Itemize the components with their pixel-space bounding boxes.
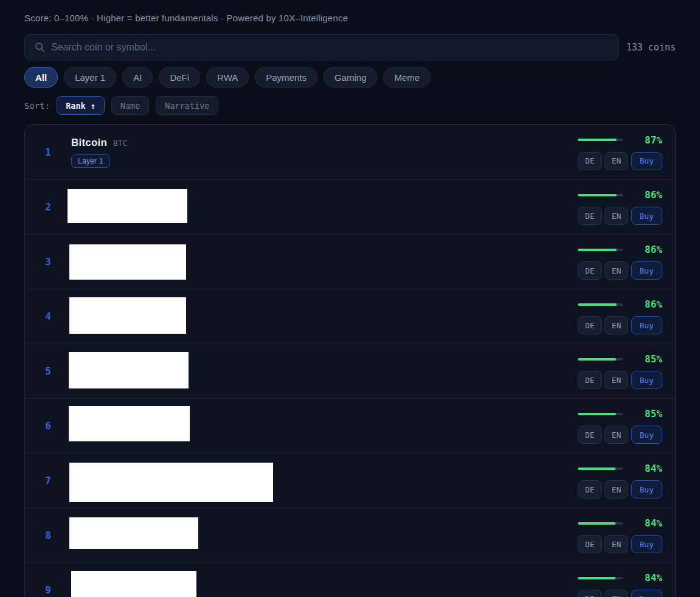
de-language-button[interactable]: DE [578,261,602,280]
buy-button[interactable]: Buy [631,480,662,499]
score-legend-text: Score: 0–100% · Higher = better fundamen… [24,0,676,23]
score-bar-track [578,522,623,525]
score-line: 87% [578,134,662,146]
coin-score-actions: 86%DEENBuy [578,189,662,225]
redacted-coin-name [69,297,186,334]
buy-button[interactable]: Buy [631,261,662,280]
buy-button[interactable]: Buy [631,426,662,444]
sort-button-narrative[interactable]: Narrative [156,96,218,115]
coin-score-actions: 87%DEENBuy [578,134,662,170]
coin-info: BitcoinBTCLayer 1 [71,137,128,168]
redacted-coin-name [69,517,198,549]
buy-button[interactable]: Buy [631,152,662,170]
buy-button[interactable]: Buy [631,590,662,597]
filter-chip-all[interactable]: All [24,67,58,88]
score-bar-track [578,194,623,196]
score-line: 84% [578,572,662,584]
en-language-button[interactable]: EN [605,316,629,334]
redacted-coin-name [69,352,189,388]
buy-button[interactable]: Buy [631,316,662,334]
coin-rank: 6 [25,420,71,432]
search-input[interactable] [51,42,609,53]
buy-button[interactable]: Buy [631,207,662,225]
coin-rank: 1 [25,147,71,158]
redacted-coin-name [69,406,190,441]
coin-row: 386%DEENBuy [25,234,675,289]
coin-score-actions: 85%DEENBuy [578,353,662,389]
de-language-button[interactable]: DE [578,480,602,499]
buy-button[interactable]: Buy [631,371,662,389]
de-language-button[interactable]: DE [578,207,602,225]
row-buttons: DEENBuy [578,426,662,444]
de-language-button[interactable]: DE [578,590,602,597]
coin-list: 1BitcoinBTCLayer 187%DEENBuy286%DEENBuy3… [24,124,676,597]
en-language-button[interactable]: EN [605,371,629,389]
coin-row: 784%DEENBuy [25,453,675,508]
score-bar-fill [578,413,616,415]
en-language-button[interactable]: EN [605,590,629,597]
coin-score-actions: 84%DEENBuy [578,517,662,553]
row-buttons: DEENBuy [578,316,662,334]
search-box[interactable] [24,34,619,60]
row-buttons: DEENBuy [578,480,662,499]
en-language-button[interactable]: EN [605,426,629,444]
coin-score-actions: 84%DEENBuy [578,463,662,499]
score-percent: 86% [645,189,662,201]
coin-row: 585%DEENBuy [25,343,675,398]
filter-chip-gaming[interactable]: Gaming [324,67,378,88]
score-bar-fill [578,303,617,306]
score-percent: 86% [645,298,662,310]
sort-direction-arrow-icon: ↑ [91,101,95,111]
filter-chip-payments[interactable]: Payments [255,67,317,88]
score-bar-fill [578,522,615,525]
en-language-button[interactable]: EN [605,480,629,499]
en-language-button[interactable]: EN [605,535,629,553]
de-language-button[interactable]: DE [578,535,602,553]
coin-count: 133 coins [626,42,676,53]
sort-label: Sort: [24,101,50,111]
sort-row: Sort: Rank↑NameNarrative [24,96,676,115]
score-line: 86% [578,298,662,310]
redacted-coin-name [69,244,186,280]
de-language-button[interactable]: DE [578,152,602,170]
score-bar-track [578,468,623,470]
score-line: 84% [578,463,662,474]
filter-chip-meme[interactable]: Meme [383,67,431,88]
sort-button-rank[interactable]: Rank↑ [57,96,105,115]
score-bar-fill [578,577,615,579]
coin-row: 984%DEENBuyLayer 1 [25,562,675,597]
de-language-button[interactable]: DE [578,371,602,389]
en-language-button[interactable]: EN [605,207,629,225]
filter-chip-ai[interactable]: AI [122,67,153,88]
score-percent: 84% [645,572,662,584]
de-language-button[interactable]: DE [578,316,602,334]
coin-score-actions: 86%DEENBuy [578,298,662,334]
score-bar-track [578,303,623,306]
narrative-badge: Layer 1 [71,154,110,168]
coin-rank: 9 [25,584,71,596]
coin-rank: 4 [25,311,71,322]
row-buttons: DEENBuy [578,152,662,170]
score-percent: 84% [645,463,662,474]
coin-row: 286%DEENBuy [25,179,675,234]
en-language-button[interactable]: EN [605,152,629,170]
redacted-coin-name [68,189,187,223]
score-bar-fill [578,249,617,251]
filter-chip-defi[interactable]: DeFi [159,67,200,88]
score-line: 84% [578,517,662,529]
score-bar-track [578,249,623,251]
sort-options: Rank↑NameNarrative [57,96,218,115]
coin-screener-page: Score: 0–100% · Higher = better fundamen… [24,0,676,597]
de-language-button[interactable]: DE [578,426,602,444]
category-filter-bar: AllLayer 1AIDeFiRWAPaymentsGamingMeme [24,67,676,88]
buy-button[interactable]: Buy [631,535,662,553]
en-language-button[interactable]: EN [605,261,629,280]
coin-score-actions: 85%DEENBuy [578,408,662,444]
row-buttons: DEENBuy [578,590,662,597]
score-percent: 85% [645,408,662,419]
filter-chip-rwa[interactable]: RWA [206,67,249,88]
row-buttons: DEENBuy [578,535,662,553]
filter-chip-layer-1[interactable]: Layer 1 [64,67,116,88]
sort-button-name[interactable]: Name [111,96,150,115]
coin-score-actions: 84%DEENBuy [578,572,662,597]
